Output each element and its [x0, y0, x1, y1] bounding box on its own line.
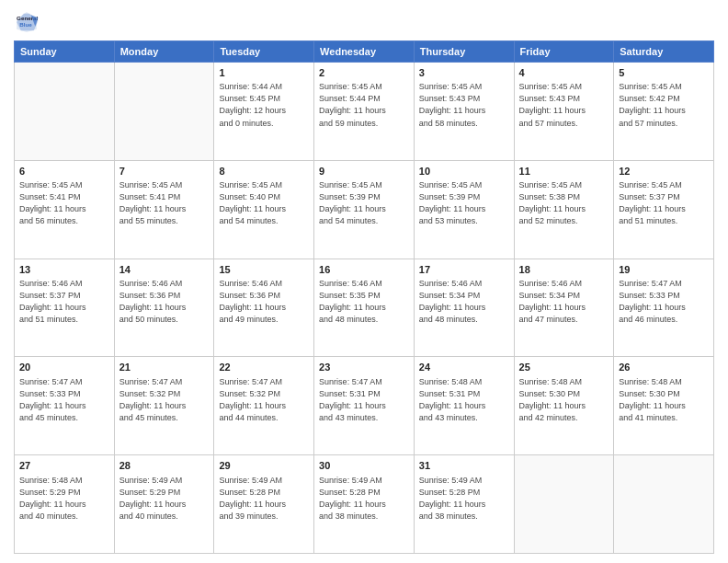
calendar-table: SundayMondayTuesdayWednesdayThursdayFrid… [14, 40, 714, 554]
day-number: 25 [519, 361, 609, 374]
day-number: 7 [119, 165, 210, 178]
calendar-cell: 26Sunrise: 5:48 AM Sunset: 5:30 PM Dayli… [614, 357, 714, 455]
calendar-body: 1Sunrise: 5:44 AM Sunset: 5:45 PM Daylig… [15, 63, 714, 554]
day-number: 5 [619, 66, 709, 80]
calendar-cell: 27Sunrise: 5:48 AM Sunset: 5:29 PM Dayli… [15, 455, 115, 554]
weekday-header: Thursday [414, 41, 514, 63]
calendar-cell: 10Sunrise: 5:45 AM Sunset: 5:39 PM Dayli… [414, 160, 514, 259]
calendar-cell: 30Sunrise: 5:49 AM Sunset: 5:28 PM Dayli… [314, 455, 415, 554]
day-info: Sunrise: 5:47 AM Sunset: 5:32 PM Dayligh… [219, 376, 309, 424]
weekday-header: Wednesday [314, 41, 415, 63]
calendar-cell [614, 455, 714, 554]
day-number: 22 [219, 361, 309, 374]
weekday-header: Sunday [15, 41, 115, 63]
calendar-cell: 3Sunrise: 5:45 AM Sunset: 5:43 PM Daylig… [414, 63, 514, 161]
day-info: Sunrise: 5:48 AM Sunset: 5:31 PM Dayligh… [419, 376, 509, 424]
day-number: 11 [519, 165, 609, 178]
calendar-cell [514, 455, 614, 554]
day-number: 6 [19, 165, 109, 178]
calendar-cell: 5Sunrise: 5:45 AM Sunset: 5:42 PM Daylig… [614, 63, 714, 161]
header: General Blue [14, 9, 714, 35]
calendar-cell: 2Sunrise: 5:45 AM Sunset: 5:44 PM Daylig… [314, 63, 415, 161]
calendar-cell: 29Sunrise: 5:49 AM Sunset: 5:28 PM Dayli… [214, 455, 314, 554]
calendar-cell: 25Sunrise: 5:48 AM Sunset: 5:30 PM Dayli… [514, 357, 614, 455]
calendar-cell: 18Sunrise: 5:46 AM Sunset: 5:34 PM Dayli… [514, 259, 614, 357]
day-info: Sunrise: 5:45 AM Sunset: 5:40 PM Dayligh… [219, 179, 309, 227]
day-info: Sunrise: 5:44 AM Sunset: 5:45 PM Dayligh… [219, 81, 309, 129]
day-info: Sunrise: 5:49 AM Sunset: 5:29 PM Dayligh… [119, 475, 210, 523]
calendar-cell: 23Sunrise: 5:47 AM Sunset: 5:31 PM Dayli… [314, 357, 415, 455]
calendar-cell: 16Sunrise: 5:46 AM Sunset: 5:35 PM Dayli… [314, 259, 415, 357]
day-number: 1 [219, 66, 309, 80]
day-number: 26 [619, 361, 709, 374]
day-number: 31 [419, 459, 509, 473]
day-info: Sunrise: 5:49 AM Sunset: 5:28 PM Dayligh… [419, 475, 509, 523]
day-info: Sunrise: 5:45 AM Sunset: 5:37 PM Dayligh… [619, 179, 709, 227]
day-number: 24 [419, 361, 509, 374]
day-info: Sunrise: 5:47 AM Sunset: 5:33 PM Dayligh… [19, 376, 109, 424]
weekday-header: Saturday [614, 41, 714, 63]
calendar-week-row: 27Sunrise: 5:48 AM Sunset: 5:29 PM Dayli… [15, 455, 714, 554]
day-info: Sunrise: 5:48 AM Sunset: 5:30 PM Dayligh… [519, 376, 609, 424]
calendar-cell: 7Sunrise: 5:45 AM Sunset: 5:41 PM Daylig… [114, 160, 214, 259]
day-info: Sunrise: 5:49 AM Sunset: 5:28 PM Dayligh… [319, 475, 409, 523]
calendar-cell: 19Sunrise: 5:47 AM Sunset: 5:33 PM Dayli… [614, 259, 714, 357]
calendar-week-row: 6Sunrise: 5:45 AM Sunset: 5:41 PM Daylig… [15, 160, 714, 259]
day-number: 4 [519, 66, 609, 80]
calendar-cell: 15Sunrise: 5:46 AM Sunset: 5:36 PM Dayli… [214, 259, 314, 357]
day-number: 3 [419, 66, 509, 80]
logo-icon: General Blue [14, 9, 40, 35]
day-number: 21 [119, 361, 210, 374]
calendar-cell: 24Sunrise: 5:48 AM Sunset: 5:31 PM Dayli… [414, 357, 514, 455]
day-number: 10 [419, 165, 509, 178]
day-number: 29 [219, 459, 309, 473]
calendar-cell: 31Sunrise: 5:49 AM Sunset: 5:28 PM Dayli… [414, 455, 514, 554]
day-number: 14 [119, 263, 210, 277]
calendar-cell: 14Sunrise: 5:46 AM Sunset: 5:36 PM Dayli… [114, 259, 214, 357]
calendar-cell: 13Sunrise: 5:46 AM Sunset: 5:37 PM Dayli… [15, 259, 115, 357]
day-number: 12 [619, 165, 709, 178]
day-number: 2 [319, 66, 409, 80]
weekday-header: Monday [114, 41, 214, 63]
logo: General Blue [14, 9, 43, 35]
day-info: Sunrise: 5:49 AM Sunset: 5:28 PM Dayligh… [219, 475, 309, 523]
day-info: Sunrise: 5:45 AM Sunset: 5:43 PM Dayligh… [419, 81, 509, 129]
calendar-cell [114, 63, 214, 161]
calendar-cell: 17Sunrise: 5:46 AM Sunset: 5:34 PM Dayli… [414, 259, 514, 357]
calendar-cell: 1Sunrise: 5:44 AM Sunset: 5:45 PM Daylig… [214, 63, 314, 161]
calendar-week-row: 13Sunrise: 5:46 AM Sunset: 5:37 PM Dayli… [15, 259, 714, 357]
day-info: Sunrise: 5:45 AM Sunset: 5:41 PM Dayligh… [19, 179, 109, 227]
day-info: Sunrise: 5:46 AM Sunset: 5:37 PM Dayligh… [19, 278, 109, 326]
calendar-cell: 8Sunrise: 5:45 AM Sunset: 5:40 PM Daylig… [214, 160, 314, 259]
calendar-cell [15, 63, 115, 161]
day-info: Sunrise: 5:48 AM Sunset: 5:29 PM Dayligh… [19, 475, 109, 523]
day-number: 19 [619, 263, 709, 277]
calendar-cell: 11Sunrise: 5:45 AM Sunset: 5:38 PM Dayli… [514, 160, 614, 259]
calendar-cell: 9Sunrise: 5:45 AM Sunset: 5:39 PM Daylig… [314, 160, 415, 259]
weekday-header: Friday [514, 41, 614, 63]
day-info: Sunrise: 5:45 AM Sunset: 5:43 PM Dayligh… [519, 81, 609, 129]
day-info: Sunrise: 5:45 AM Sunset: 5:38 PM Dayligh… [519, 179, 609, 227]
calendar-cell: 28Sunrise: 5:49 AM Sunset: 5:29 PM Dayli… [114, 455, 214, 554]
calendar-cell: 12Sunrise: 5:45 AM Sunset: 5:37 PM Dayli… [614, 160, 714, 259]
calendar-week-row: 20Sunrise: 5:47 AM Sunset: 5:33 PM Dayli… [15, 357, 714, 455]
day-info: Sunrise: 5:48 AM Sunset: 5:30 PM Dayligh… [619, 376, 709, 424]
day-info: Sunrise: 5:46 AM Sunset: 5:36 PM Dayligh… [119, 278, 210, 326]
day-number: 30 [319, 459, 409, 473]
day-number: 9 [319, 165, 409, 178]
day-info: Sunrise: 5:45 AM Sunset: 5:39 PM Dayligh… [319, 179, 409, 227]
calendar-header-row: SundayMondayTuesdayWednesdayThursdayFrid… [15, 41, 714, 63]
day-info: Sunrise: 5:47 AM Sunset: 5:32 PM Dayligh… [119, 376, 210, 424]
day-number: 17 [419, 263, 509, 277]
calendar-cell: 4Sunrise: 5:45 AM Sunset: 5:43 PM Daylig… [514, 63, 614, 161]
day-info: Sunrise: 5:46 AM Sunset: 5:36 PM Dayligh… [219, 278, 309, 326]
day-number: 23 [319, 361, 409, 374]
page: General Blue SundayMondayTuesdayWednesda… [0, 0, 728, 563]
day-number: 13 [19, 263, 109, 277]
day-info: Sunrise: 5:45 AM Sunset: 5:41 PM Dayligh… [119, 179, 210, 227]
day-info: Sunrise: 5:45 AM Sunset: 5:42 PM Dayligh… [619, 81, 709, 129]
day-number: 28 [119, 459, 210, 473]
calendar-week-row: 1Sunrise: 5:44 AM Sunset: 5:45 PM Daylig… [15, 63, 714, 161]
day-number: 8 [219, 165, 309, 178]
day-info: Sunrise: 5:46 AM Sunset: 5:34 PM Dayligh… [519, 278, 609, 326]
